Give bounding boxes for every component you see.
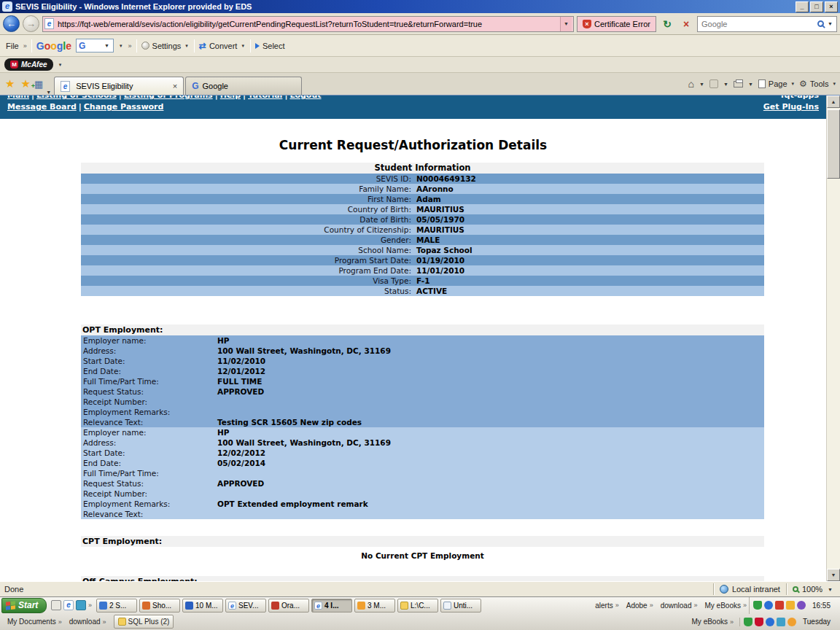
ie-icon: e: [2, 1, 12, 12]
task-button[interactable]: 3 M...: [354, 599, 395, 612]
task-button[interactable]: 10 M...: [182, 599, 223, 612]
scroll-down-icon[interactable]: ▼: [827, 569, 840, 581]
student-info-row: Program End Date:11/01/2010: [81, 265, 764, 276]
add-favorite-icon[interactable]: ★+: [18, 77, 32, 90]
google-combo-dropdown-icon[interactable]: ▼: [103, 43, 111, 48]
url-input[interactable]: [56, 19, 560, 29]
quick-launch-overflow-icon[interactable]: »: [88, 602, 92, 609]
quick-launch-icon[interactable]: [76, 600, 86, 610]
employment-row: Relevance Text:Testing SCR 15605 New zip…: [81, 417, 764, 427]
tab-label: Google: [202, 82, 228, 90]
tools-menu[interactable]: ⚙ Tools ▾: [799, 79, 837, 89]
home-dropdown-icon[interactable]: ▼: [698, 82, 706, 87]
tab-label: SEVIS Eligibility: [76, 82, 133, 90]
favorites-center-icon[interactable]: ★: [3, 77, 17, 90]
toolbar-my-ebooks[interactable]: My eBooks»: [704, 602, 746, 610]
page-menu[interactable]: Page ▾: [758, 79, 796, 88]
scroll-up-icon[interactable]: ▲: [827, 96, 840, 108]
nav-link-help[interactable]: Help: [220, 96, 241, 100]
tray-icon[interactable]: [786, 601, 795, 610]
mcafee-dropdown-icon[interactable]: ▾: [55, 59, 66, 71]
zoom-control[interactable]: 100% ▼: [786, 583, 840, 595]
tab-sevis-eligibility[interactable]: e SEVIS Eligibility ×: [54, 77, 184, 95]
google-toolbar-dropdown-icon[interactable]: ▾: [118, 43, 124, 49]
task-button[interactable]: 2 S...: [96, 599, 137, 612]
file-menu[interactable]: File: [6, 42, 19, 50]
nav-link-message-board[interactable]: Message Board: [7, 102, 77, 112]
task-button[interactable]: Sho...: [139, 599, 180, 612]
toolbar-alerts[interactable]: alerts»: [595, 602, 618, 610]
employment-row: Employer name:HP: [81, 335, 764, 346]
settings-menu[interactable]: Settings ▾: [141, 42, 190, 50]
print-dropdown-icon[interactable]: ▼: [747, 82, 755, 87]
tray-icon[interactable]: [764, 601, 773, 610]
toolbar-adobe[interactable]: Adobe»: [626, 602, 653, 610]
back-button[interactable]: ←: [3, 15, 20, 32]
tab-close-icon[interactable]: ×: [173, 82, 177, 90]
tray-icon[interactable]: [775, 601, 784, 610]
tray-icon[interactable]: [797, 601, 806, 610]
zoom-dropdown-icon[interactable]: ▼: [826, 587, 834, 592]
nav-link-listing-of-schools[interactable]: Listing of Schools: [36, 96, 117, 100]
address-field[interactable]: e ▼: [42, 16, 574, 32]
ie-quick-launch-icon[interactable]: e: [63, 600, 74, 610]
stop-button[interactable]: ×: [678, 16, 694, 32]
search-box[interactable]: ▼: [697, 16, 837, 32]
google-search-combo[interactable]: G ▼: [76, 39, 114, 52]
mcafee-button[interactable]: M McAfee: [4, 58, 53, 71]
feed-dropdown-icon[interactable]: ▼: [722, 82, 730, 87]
maximize-button[interactable]: □: [810, 1, 823, 12]
google-toolbar-overflow-icon[interactable]: »: [128, 42, 132, 50]
quick-launch-icon[interactable]: [51, 600, 61, 610]
tray-icon[interactable]: [788, 618, 796, 626]
address-dropdown-icon[interactable]: ▼: [560, 17, 572, 31]
forward-button[interactable]: →: [23, 15, 39, 32]
task-button[interactable]: Ora...: [268, 599, 309, 612]
close-button[interactable]: ×: [825, 1, 838, 12]
employment-row: Full Time/Part Time:FULL TIME: [81, 376, 764, 386]
task-icon: [185, 602, 193, 610]
rss-feed-icon[interactable]: [709, 79, 718, 88]
tray-icon[interactable]: [777, 618, 785, 626]
tray-icon[interactable]: [766, 618, 774, 626]
search-icon[interactable]: [817, 20, 824, 27]
start-button[interactable]: Start: [1, 598, 47, 613]
toolbar-my-ebooks-2[interactable]: My eBooks»: [692, 618, 734, 626]
tray-shield-icon[interactable]: [753, 601, 762, 610]
search-input[interactable]: [700, 19, 815, 29]
vertical-scrollbar[interactable]: ▲ ▼: [826, 96, 840, 581]
toolbar-download-2[interactable]: download»: [69, 618, 106, 626]
nav-link-change-password[interactable]: Change Password: [84, 102, 164, 112]
off-campus-header: Off-Campus Employment:: [81, 576, 764, 581]
task-button-sql-plus[interactable]: SQL Plus (2): [114, 615, 174, 629]
quick-tabs-dropdown-icon[interactable]: ▼: [44, 90, 52, 95]
home-icon[interactable]: ⌂: [688, 78, 694, 90]
task-button-active[interactable]: e4 I...: [311, 599, 352, 612]
print-icon[interactable]: [734, 81, 743, 88]
task-button[interactable]: L:\C...: [397, 599, 438, 612]
toolbar-my-documents[interactable]: My Documents»: [7, 618, 62, 626]
scrollbar-thumb[interactable]: [827, 109, 840, 179]
nav-link-logout[interactable]: Logout: [289, 96, 321, 100]
clock[interactable]: 16:55: [808, 602, 835, 610]
refresh-button[interactable]: ↻: [659, 16, 675, 32]
task-button[interactable]: Unti...: [440, 599, 481, 612]
convert-menu[interactable]: ⇄ Convert ▾: [199, 41, 246, 51]
nav-link-listing-of-programs[interactable]: Listing of Programs: [124, 96, 213, 100]
quick-tabs-icon[interactable]: ▦: [34, 79, 43, 90]
web-page: Main|Listing of Schools|Listing of Progr…: [0, 96, 826, 581]
nav-link-main[interactable]: Main: [7, 96, 29, 100]
search-dropdown-icon[interactable]: ▼: [826, 21, 834, 26]
nav-link-tutorial[interactable]: Tutorial: [248, 96, 282, 100]
tray-icon[interactable]: [755, 618, 763, 626]
minimize-button[interactable]: _: [796, 1, 809, 12]
task-button[interactable]: eSEV...: [225, 599, 266, 612]
tab-google[interactable]: G Google: [185, 77, 302, 95]
select-button[interactable]: Select: [255, 42, 285, 50]
scrollbar-track[interactable]: [827, 179, 840, 569]
menu-overflow-icon[interactable]: »: [23, 42, 27, 50]
certificate-error-button[interactable]: × Certificate Error: [577, 16, 656, 32]
nav-link-get-plugins[interactable]: Get Plug-Ins: [763, 102, 819, 112]
toolbar-download[interactable]: download»: [661, 602, 698, 610]
tray-icon[interactable]: [744, 618, 752, 626]
